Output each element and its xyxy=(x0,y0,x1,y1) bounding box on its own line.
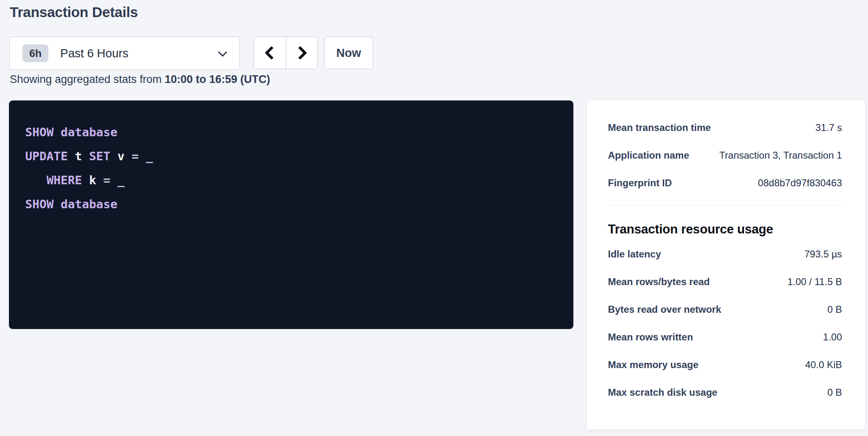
now-button[interactable]: Now xyxy=(324,37,373,69)
previous-time-window-button[interactable] xyxy=(254,37,286,69)
stat-value: 1.00 xyxy=(823,331,842,343)
code-line: WHERE k = _ xyxy=(25,168,557,192)
chevron-right-icon xyxy=(293,46,307,60)
stat-label: Fingerprint ID xyxy=(608,177,672,189)
sql-code: SHOW databaseUPDATE t SET v = _ WHERE k … xyxy=(25,120,557,216)
stat-row: Mean rows/bytes read 1.00 / 11.5 B xyxy=(608,276,842,291)
aggregated-stats-range: 10:00 to 16:59 (UTC) xyxy=(165,73,270,85)
stat-label: Mean transaction time xyxy=(608,122,711,133)
chevron-left-icon xyxy=(265,46,278,60)
stat-value: 1.00 / 11.5 B xyxy=(788,276,842,288)
page-title: Transaction Details xyxy=(10,4,138,20)
stat-row: Bytes read over network 0 B xyxy=(608,304,842,318)
aggregated-stats-caption: Showing aggregated stats from 10:00 to 1… xyxy=(10,73,270,86)
stat-label: Idle latency xyxy=(608,249,661,260)
transaction-summary-card: Mean transaction time 31.7 s Application… xyxy=(586,100,866,430)
stat-label: Max scratch disk usage xyxy=(608,387,717,398)
code-line: SHOW database xyxy=(25,192,557,216)
stat-row: Mean rows written 1.00 xyxy=(608,331,842,346)
stat-label: Application name xyxy=(608,150,689,161)
code-line: UPDATE t SET v = _ xyxy=(25,144,557,168)
time-range-dropdown[interactable]: 6h Past 6 Hours xyxy=(9,37,240,70)
stat-label: Bytes read over network xyxy=(608,304,721,315)
stat-value: 40.0 KiB xyxy=(805,359,842,371)
chevron-down-icon xyxy=(218,48,228,57)
stat-value: Transaction 3, Transaction 1 xyxy=(719,150,842,161)
stat-label: Max memory usage xyxy=(608,359,699,371)
stat-value: 793.5 µs xyxy=(804,249,842,260)
stat-row: Fingerprint ID 08d8b7d97f830463 xyxy=(608,177,842,192)
stat-row: Mean transaction time 31.7 s xyxy=(608,122,842,137)
stat-value: 08d8b7d97f830463 xyxy=(758,177,842,189)
stat-row: Application name Transaction 3, Transact… xyxy=(608,150,842,164)
time-range-selected-label: Past 6 Hours xyxy=(60,47,128,60)
stat-row: Max memory usage 40.0 KiB xyxy=(608,359,842,374)
stat-value: 0 B xyxy=(827,387,842,398)
stat-label: Mean rows/bytes read xyxy=(608,276,710,288)
time-window-nav xyxy=(254,37,318,69)
resource-usage-heading: Transaction resource usage xyxy=(608,221,842,238)
stat-row: Max scratch disk usage 0 B xyxy=(608,387,842,401)
sql-statement-box: SHOW databaseUPDATE t SET v = _ WHERE k … xyxy=(9,100,573,329)
card-divider xyxy=(608,205,842,205)
next-time-window-button[interactable] xyxy=(286,37,317,69)
stat-row: Idle latency 793.5 µs xyxy=(608,249,842,263)
time-range-badge: 6h xyxy=(22,44,48,62)
stat-value: 31.7 s xyxy=(816,122,842,133)
stat-label: Mean rows written xyxy=(608,331,693,343)
aggregated-stats-caption-prefix: Showing aggregated stats from xyxy=(10,73,165,85)
stat-value: 0 B xyxy=(827,304,842,315)
code-line: SHOW database xyxy=(25,120,557,144)
